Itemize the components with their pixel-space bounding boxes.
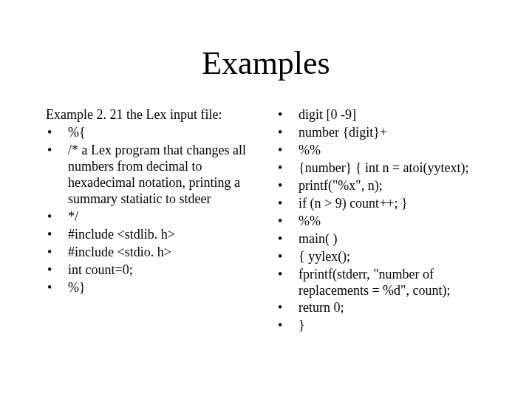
right-column: • digit [0 -9] • number {digit}+ • %% • … bbox=[276, 107, 486, 335]
list-item: • } bbox=[276, 318, 486, 334]
item-text: #include <stdio. h> bbox=[68, 245, 256, 261]
item-text: int count=0; bbox=[68, 262, 256, 279]
bullet-icon: • bbox=[276, 300, 299, 316]
bullet-icon: • bbox=[46, 245, 68, 261]
bullet-icon: • bbox=[46, 125, 68, 141]
item-text: { yylex(); bbox=[299, 249, 486, 265]
item-text: %} bbox=[68, 280, 256, 296]
bullet-icon: • bbox=[276, 143, 299, 159]
item-text: {number} { int n = atoi(yytext); bbox=[299, 160, 486, 177]
item-text: %{ bbox=[68, 125, 256, 141]
bullet-icon: • bbox=[46, 227, 68, 243]
bullet-icon: • bbox=[276, 318, 299, 334]
bullet-icon: • bbox=[276, 214, 299, 230]
item-text: /* a Lex program that changes all number… bbox=[68, 143, 256, 208]
bullet-icon: • bbox=[276, 125, 299, 141]
list-item: • %} bbox=[46, 280, 256, 296]
bullet-icon: • bbox=[46, 209, 68, 225]
item-text: } bbox=[299, 318, 486, 334]
bullet-icon: • bbox=[276, 178, 299, 194]
list-item: • printf("%x", n); bbox=[276, 178, 486, 194]
bullet-icon: • bbox=[276, 196, 299, 212]
example-intro: Example 2. 21 the Lex input file: bbox=[46, 107, 256, 123]
slide-title: Examples bbox=[46, 44, 486, 82]
item-text: %% bbox=[299, 143, 486, 159]
item-text: digit [0 -9] bbox=[299, 107, 486, 123]
bullet-icon: • bbox=[46, 143, 68, 159]
item-text: fprintf(stderr, "number of replacements … bbox=[299, 267, 486, 299]
list-item: • return 0; bbox=[276, 300, 486, 316]
list-item: • {number} { int n = atoi(yytext); bbox=[276, 160, 486, 177]
bullet-icon: • bbox=[276, 231, 299, 248]
list-item: • fprintf(stderr, "number of replacement… bbox=[276, 267, 486, 299]
item-text: main( ) bbox=[299, 231, 486, 248]
bullet-icon: • bbox=[276, 249, 299, 265]
columns: Example 2. 21 the Lex input file: • %{ •… bbox=[46, 107, 486, 335]
list-item: • number {digit}+ bbox=[276, 125, 486, 141]
list-item: • digit [0 -9] bbox=[276, 107, 486, 123]
bullet-icon: • bbox=[46, 280, 68, 296]
bullet-icon: • bbox=[276, 107, 299, 123]
bullet-icon: • bbox=[276, 160, 299, 177]
left-column: Example 2. 21 the Lex input file: • %{ •… bbox=[46, 107, 256, 335]
bullet-icon: • bbox=[46, 262, 68, 279]
list-item: • if (n > 9) count++; } bbox=[276, 196, 486, 212]
list-item: • */ bbox=[46, 209, 256, 225]
item-text: number {digit}+ bbox=[299, 125, 486, 141]
item-text: printf("%x", n); bbox=[299, 178, 486, 194]
slide: Examples Example 2. 21 the Lex input fil… bbox=[0, 0, 532, 399]
list-item: • %% bbox=[276, 214, 486, 230]
list-item: • int count=0; bbox=[46, 262, 256, 279]
list-item: • #include <stdlib. h> bbox=[46, 227, 256, 243]
item-text: */ bbox=[68, 209, 256, 225]
list-item: • /* a Lex program that changes all numb… bbox=[46, 143, 256, 208]
bullet-icon: • bbox=[276, 267, 299, 283]
list-item: • main( ) bbox=[276, 231, 486, 248]
list-item: • %{ bbox=[46, 125, 256, 141]
list-item: • { yylex(); bbox=[276, 249, 486, 265]
item-text: #include <stdlib. h> bbox=[68, 227, 256, 243]
list-item: • %% bbox=[276, 143, 486, 159]
item-text: %% bbox=[299, 214, 486, 230]
list-item: • #include <stdio. h> bbox=[46, 245, 256, 261]
item-text: return 0; bbox=[299, 300, 486, 316]
item-text: if (n > 9) count++; } bbox=[299, 196, 486, 212]
